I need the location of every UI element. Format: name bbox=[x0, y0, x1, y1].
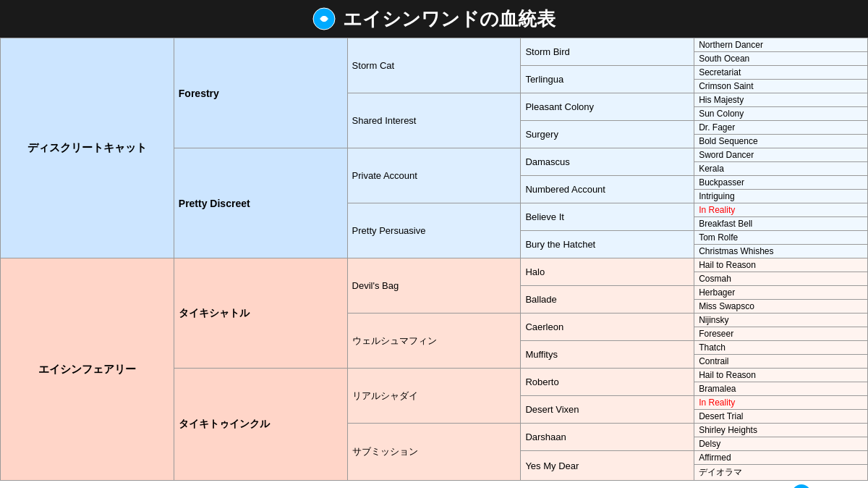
in-reality-cell-2: In Reality bbox=[694, 396, 868, 410]
footer-row: SPAIA bbox=[1, 481, 868, 489]
kerala-cell: Kerala bbox=[694, 162, 868, 176]
intriguing-cell: Intriguing bbox=[694, 190, 868, 203]
sun-colony-cell: Sun Colony bbox=[694, 107, 868, 121]
header-title: エイシンワンドの血統表 bbox=[343, 7, 556, 32]
darshaan-cell: Darshaan bbox=[521, 424, 694, 451]
pedigree-table: ディスクリートキャット Forestry Storm Cat Storm Bir… bbox=[0, 38, 868, 488]
damascus-cell: Damascus bbox=[521, 148, 694, 176]
pretty-discreet-cell: Pretty Discreet bbox=[174, 148, 347, 258]
pretty-persuasive-cell: Pretty Persuasive bbox=[347, 203, 521, 258]
foreseer-cell: Foreseer bbox=[694, 327, 868, 341]
south-ocean-cell: South Ocean bbox=[694, 52, 868, 66]
private-account-cell: Private Account bbox=[347, 148, 521, 203]
his-majesty-cell: His Majesty bbox=[694, 93, 868, 107]
welsh-muffin-cell: ウェルシュマフィン bbox=[347, 314, 521, 369]
bury-hatchet-cell: Bury the Hatchet bbox=[521, 231, 694, 258]
miss-swapsco-cell: Miss Swapsco bbox=[694, 300, 868, 314]
spaia-label: SPAIA bbox=[816, 486, 859, 489]
col1-bot: エイシンフェアリー bbox=[1, 258, 174, 481]
contrail-cell: Contrail bbox=[694, 355, 868, 369]
svg-point-2 bbox=[792, 484, 811, 488]
real-shadai-cell: リアルシャダイ bbox=[347, 369, 521, 424]
delsy-cell: Delsy bbox=[694, 437, 868, 451]
herbager-cell: Herbager bbox=[694, 286, 868, 300]
roberto-cell: Roberto bbox=[521, 369, 694, 396]
header-logo-icon bbox=[312, 7, 336, 30]
secretariat-cell: Secretariat bbox=[694, 66, 868, 80]
devils-bag-cell: Devil's Bag bbox=[347, 258, 521, 314]
numbered-account-cell: Numbered Account bbox=[521, 176, 694, 203]
desert-vixen-cell: Desert Vixen bbox=[521, 396, 694, 424]
affirmed-cell: Affirmed bbox=[694, 451, 868, 465]
storm-cat-cell: Storm Cat bbox=[347, 38, 521, 93]
shirley-heights-cell: Shirley Heights bbox=[694, 424, 868, 437]
pleasant-colony-cell: Pleasant Colony bbox=[521, 93, 694, 121]
storm-bird-cell: Storm Bird bbox=[521, 38, 694, 66]
bold-sequence-cell: Bold Sequence bbox=[694, 135, 868, 148]
northern-dancer-cell: Northern Dancer bbox=[694, 38, 868, 52]
muffitys-cell: Muffitys bbox=[521, 341, 694, 369]
page-wrapper: エイシンワンドの血統表 ディスクリートキャット Forestry Storm C… bbox=[0, 0, 868, 488]
submission-cell: サブミッション bbox=[347, 424, 521, 481]
thatch-cell: Thatch bbox=[694, 341, 868, 355]
tom-rolfe-cell: Tom Rolfe bbox=[694, 231, 868, 245]
table-row: ディスクリートキャット Forestry Storm Cat Storm Bir… bbox=[1, 38, 868, 52]
desert-trial-cell: Desert Trial bbox=[694, 410, 868, 424]
hail-to-reason-cell-2: Hail to Reason bbox=[694, 369, 868, 382]
ballade-cell: Ballade bbox=[521, 286, 694, 314]
svg-point-1 bbox=[321, 16, 327, 22]
forestry-cell: Forestry bbox=[174, 38, 347, 148]
in-reality-cell-1: In Reality bbox=[694, 203, 868, 217]
breakfast-bell-cell: Breakfast Bell bbox=[694, 217, 868, 231]
hail-to-reason-cell-1: Hail to Reason bbox=[694, 258, 868, 272]
dr-fager-cell: Dr. Fager bbox=[694, 121, 868, 135]
table-row: エイシンフェアリー タイキシャトル Devil's Bag Halo Hail … bbox=[1, 258, 868, 272]
deiorama-cell: デイオラマ bbox=[694, 465, 868, 481]
yes-my-dear-cell: Yes My Dear bbox=[521, 451, 694, 481]
taiki-twinkle-cell: タイキトゥインクル bbox=[174, 369, 347, 481]
taiki-shuttle-cell: タイキシャトル bbox=[174, 258, 347, 369]
caerleon-cell: Caerleon bbox=[521, 314, 694, 341]
shared-interest-cell: Shared Interest bbox=[347, 93, 521, 148]
cosmah-cell: Cosmah bbox=[694, 272, 868, 286]
surgery-cell: Surgery bbox=[521, 121, 694, 148]
crimson-saint-cell: Crimson Saint bbox=[694, 80, 868, 93]
page-header: エイシンワンドの血統表 bbox=[0, 0, 868, 38]
buckpasser-cell: Buckpasser bbox=[694, 176, 868, 190]
believe-it-cell: Believe It bbox=[521, 203, 694, 231]
nijinsky-cell: Nijinsky bbox=[694, 314, 868, 327]
halo-cell: Halo bbox=[521, 258, 694, 286]
terlingua-cell: Terlingua bbox=[521, 66, 694, 93]
christmas-whishes-cell: Christmas Whishes bbox=[694, 245, 868, 258]
bramalea-cell: Bramalea bbox=[694, 382, 868, 396]
spaia-brand: SPAIA bbox=[791, 484, 859, 488]
sword-dancer-cell: Sword Dancer bbox=[694, 148, 868, 162]
pedigree-table-container: ディスクリートキャット Forestry Storm Cat Storm Bir… bbox=[0, 38, 868, 488]
col1-top: ディスクリートキャット bbox=[1, 38, 174, 258]
